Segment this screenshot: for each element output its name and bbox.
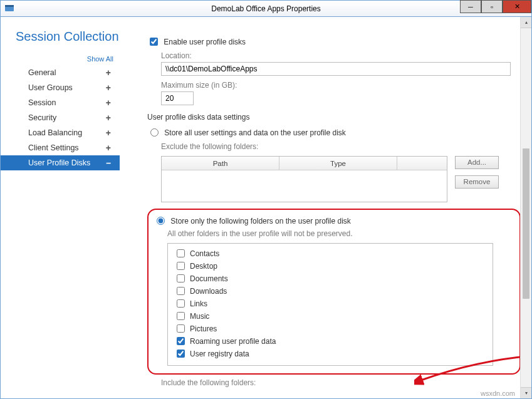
enable-upd-label: Enable user profile disks	[164, 38, 246, 46]
radio-store-all-label: Store all user settings and data on the …	[164, 128, 346, 137]
folder-item-desktop[interactable]: Desktop	[174, 260, 486, 272]
folder-label: Documents	[190, 274, 228, 283]
title-bar: DemoLab Office Apps Properties ─ ▫ ✕	[0, 0, 532, 17]
plus-icon: +	[106, 127, 111, 138]
folder-checkbox[interactable]	[177, 249, 185, 257]
close-button[interactable]: ✕	[503, 0, 531, 13]
folder-label: Contacts	[190, 249, 219, 258]
col-type[interactable]: Type	[279, 157, 397, 170]
location-input[interactable]	[161, 62, 511, 76]
radio-store-only-input[interactable]	[157, 217, 165, 225]
plus-icon: +	[106, 82, 111, 93]
col-empty	[397, 157, 447, 170]
scroll-down-button[interactable]: ▾	[521, 387, 531, 398]
watermark: wsxdn.com	[481, 390, 515, 397]
window-title: DemoLab Office Apps Properties	[1, 1, 531, 18]
folder-label: Roaming user profile data	[190, 337, 276, 346]
svg-rect-1	[5, 5, 14, 7]
add-button[interactable]: Add...	[455, 156, 499, 169]
sidebar-item-client-settings[interactable]: Client Settings+	[1, 140, 120, 155]
exclude-table: Path Type	[161, 156, 447, 202]
col-path[interactable]: Path	[162, 157, 279, 170]
sidebar-item-load-balancing[interactable]: Load Balancing+	[1, 125, 120, 140]
minimize-button[interactable]: ─	[460, 0, 481, 13]
radio-store-only[interactable]: Store only the following folders on the …	[154, 217, 351, 225]
exclude-label: Exclude the following folders:	[161, 142, 516, 151]
plus-icon: +	[106, 97, 111, 108]
scroll-thumb[interactable]	[523, 148, 529, 299]
sidebar: Session Collection Show All General+User…	[1, 17, 120, 398]
folder-label: Downloads	[190, 287, 227, 296]
folder-item-links[interactable]: Links	[174, 298, 486, 310]
folder-checkbox[interactable]	[177, 287, 185, 295]
include-label: Include the following folders:	[161, 378, 516, 387]
highlight-box: Store only the following folders on the …	[147, 209, 521, 375]
enable-upd-input[interactable]	[150, 38, 158, 46]
sidebar-item-user-profile-disks[interactable]: User Profile Disks–	[1, 155, 120, 170]
sidebar-item-user-groups[interactable]: User Groups+	[1, 80, 120, 95]
folder-item-user-registry-data[interactable]: User registry data	[174, 348, 486, 360]
enable-upd-checkbox[interactable]: Enable user profile disks	[147, 38, 246, 46]
plus-icon: +	[106, 142, 111, 153]
maximize-button[interactable]: ▫	[481, 0, 503, 13]
folder-checkbox[interactable]	[177, 312, 185, 320]
plus-icon: +	[106, 112, 111, 123]
folder-item-roaming-user-profile-data[interactable]: Roaming user profile data	[174, 335, 486, 348]
max-size-label: Maximum size (in GB):	[161, 81, 516, 90]
folder-list: ContactsDesktopDocumentsDownloadsLinksMu…	[167, 243, 493, 366]
max-size-input[interactable]	[161, 91, 194, 105]
minus-icon: –	[106, 157, 111, 168]
plus-icon: +	[106, 67, 111, 78]
radio-store-all[interactable]: Store all user settings and data on the …	[147, 128, 346, 137]
sidebar-item-session[interactable]: Session+	[1, 95, 120, 110]
folder-checkbox[interactable]	[177, 337, 185, 345]
folder-checkbox[interactable]	[177, 274, 185, 282]
folder-checkbox[interactable]	[177, 299, 185, 308]
folder-label: Music	[190, 312, 209, 321]
folder-label: Pictures	[190, 324, 217, 333]
show-all-link[interactable]: Show All	[1, 55, 120, 63]
app-icon	[4, 3, 14, 13]
folder-checkbox[interactable]	[177, 262, 185, 270]
folder-checkbox[interactable]	[177, 324, 185, 333]
folder-item-documents[interactable]: Documents	[174, 272, 486, 285]
folder-item-contacts[interactable]: Contacts	[174, 247, 486, 260]
remove-button[interactable]: Remove	[455, 175, 499, 189]
sidebar-item-general[interactable]: General+	[1, 65, 120, 80]
sidebar-item-security[interactable]: Security+	[1, 110, 120, 125]
folder-label: Desktop	[190, 262, 217, 271]
folder-label: Links	[190, 299, 207, 308]
page-heading: Session Collection	[16, 29, 120, 44]
folder-item-downloads[interactable]: Downloads	[174, 285, 486, 298]
folder-label: User registry data	[190, 350, 249, 358]
folder-item-music[interactable]: Music	[174, 310, 486, 323]
scrollbar[interactable]: ▴ ▾	[520, 17, 531, 398]
settings-header: User profile disks data settings	[147, 113, 516, 122]
main-panel: Enable user profile disks Location: Maxi…	[120, 17, 531, 398]
scroll-up-button[interactable]: ▴	[521, 17, 531, 28]
folder-item-pictures[interactable]: Pictures	[174, 323, 486, 335]
others-note: All other folders in the user profile wi…	[167, 229, 513, 238]
folder-checkbox[interactable]	[177, 350, 185, 358]
radio-store-only-label: Store only the following folders on the …	[170, 217, 351, 225]
location-label: Location:	[161, 51, 516, 60]
radio-store-all-input[interactable]	[150, 128, 159, 137]
